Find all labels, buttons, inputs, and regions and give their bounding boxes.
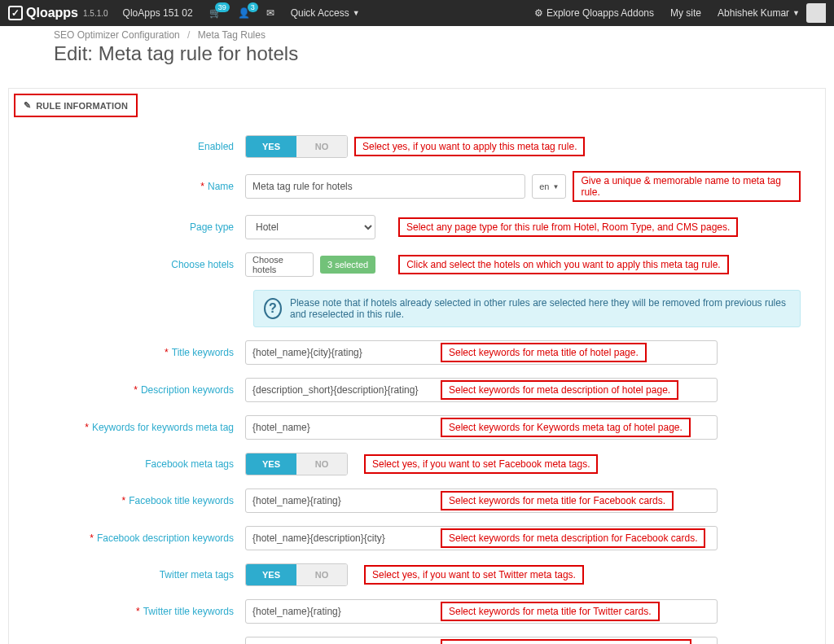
fb-toggle-hint: Select yes, if you want to set Facebook … (364, 454, 598, 474)
mail-icon[interactable]: ✉ (266, 7, 274, 19)
logo-icon: ✓ (8, 6, 23, 20)
tw-yes[interactable]: YES (246, 564, 296, 585)
desc-keywords-hint: Select keywords for meta description of … (441, 380, 678, 400)
avatar[interactable] (806, 3, 826, 23)
desc-keywords-label: *Description keywords (33, 384, 245, 396)
breadcrumb: SEO Optimizer Configuration / Meta Tag R… (54, 29, 826, 41)
panel-heading-label: RULE INFORMATION (36, 101, 128, 111)
quick-access-menu[interactable]: Quick Access ▼ (291, 7, 360, 19)
choose-hotels-button[interactable]: Choose hotels (245, 252, 314, 277)
explore-addons-label: Explore Qloapps Addons (546, 7, 654, 19)
brand[interactable]: ✓ Qloapps 1.5.1.0 (8, 6, 108, 20)
name-hint: Give a unique & memorable name to meta t… (573, 171, 801, 202)
my-site-link[interactable]: My site (670, 7, 701, 19)
caret-down-icon: ▼ (552, 183, 559, 191)
tw-desc-hint: Select keywords for meta description for… (441, 639, 691, 644)
kw-keywords-label: *Keywords for keywords meta tag (33, 422, 245, 433)
name-label: *Name (33, 181, 245, 192)
enabled-hint: Select yes, if you want to apply this me… (354, 137, 585, 156)
cart-badge: 39 (215, 2, 230, 12)
user-badge: 3 (248, 2, 258, 12)
fb-toggle[interactable]: YES NO (245, 453, 348, 475)
info-alert: ? Please note that if hotels already sel… (253, 290, 801, 327)
fb-yes[interactable]: YES (246, 453, 296, 475)
page-title: Edit: Meta tag rule for hotels (54, 42, 826, 65)
tw-toggle-hint: Select yes, if you want to set Twitter m… (364, 565, 584, 585)
puzzle-icon: ⚙ (534, 7, 543, 19)
language-button[interactable]: en ▼ (532, 174, 566, 199)
caret-down-icon: ▼ (353, 9, 360, 17)
tw-toggle[interactable]: YES NO (245, 563, 348, 586)
language-label: en (539, 182, 549, 191)
page-type-label: Page type (33, 221, 245, 233)
breadcrumb-sep-icon: / (187, 29, 190, 41)
tw-toggle-label: Twitter meta tags (33, 569, 245, 580)
cart-icon[interactable]: 🛒 39 (209, 7, 222, 19)
user-icon[interactable]: 👤 3 (238, 7, 250, 19)
rule-info-panel: ✎ RULE INFORMATION Enabled YES NO Select… (8, 88, 826, 644)
pencil-icon: ✎ (24, 100, 31, 111)
fb-title-label: *Facebook title keywords (33, 495, 245, 506)
fb-no[interactable]: NO (296, 453, 347, 475)
fb-toggle-label: Facebook meta tags (33, 458, 245, 470)
tw-no[interactable]: NO (296, 564, 347, 585)
panel-heading: ✎ RULE INFORMATION (14, 94, 138, 117)
top-nav: ✓ Qloapps 1.5.1.0 QloApps 151 02 🛒 39 👤 … (0, 0, 834, 26)
question-icon: ? (264, 298, 282, 319)
admin-user-name: Abhishek Kumar (718, 7, 789, 19)
fb-desc-hint: Select keywords for meta description for… (441, 528, 705, 548)
page-type-hint: Select any page type for this rule from … (398, 217, 738, 237)
caret-down-icon: ▼ (792, 9, 800, 17)
enabled-toggle[interactable]: YES NO (245, 135, 348, 158)
selected-count-badge: 3 selected (320, 256, 375, 274)
brand-name: Qloapps (26, 6, 78, 20)
tw-title-label: *Twitter title keywords (33, 606, 245, 617)
enabled-no[interactable]: NO (296, 136, 347, 157)
fb-desc-label: *Facebook description keywords (33, 532, 245, 544)
info-alert-text: Please note that if hotels already selec… (290, 297, 790, 320)
choose-hotels-hint: Click and select the hotels on which you… (398, 255, 729, 274)
fb-title-hint: Select keywords for meta title for Faceb… (441, 491, 674, 510)
name-input[interactable] (245, 174, 525, 199)
kw-keywords-hint: Select keywords for Keywords meta tag of… (441, 418, 691, 437)
title-keywords-label: *Title keywords (33, 347, 245, 358)
enabled-yes[interactable]: YES (246, 136, 296, 157)
admin-user-menu[interactable]: Abhishek Kumar ▼ (718, 7, 800, 19)
title-keywords-hint: Select keywords for meta title of hotel … (441, 343, 647, 362)
breadcrumb-parent[interactable]: SEO Optimizer Configuration (54, 29, 180, 41)
page-type-select[interactable]: Hotel (245, 215, 375, 239)
breadcrumb-current[interactable]: Meta Tag Rules (198, 29, 266, 41)
quick-access-label: Quick Access (291, 7, 349, 19)
brand-version: 1.5.1.0 (83, 9, 108, 18)
choose-hotels-label: Choose hotels (33, 259, 245, 270)
explore-addons[interactable]: ⚙ Explore Qloapps Addons (534, 7, 654, 19)
shop-name[interactable]: QloApps 151 02 (123, 7, 193, 19)
tw-title-hint: Select keywords for meta title for Twitt… (441, 602, 660, 621)
enabled-label: Enabled (33, 141, 245, 152)
